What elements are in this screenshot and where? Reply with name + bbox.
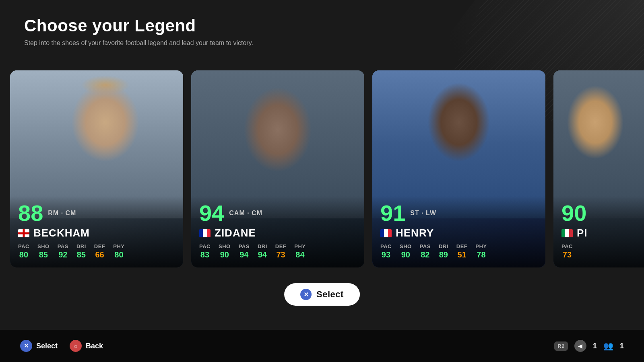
select-action-button[interactable]: ✕ Select bbox=[20, 340, 58, 352]
rating-row: 91 ST · LW bbox=[380, 202, 537, 224]
select-button-center[interactable]: ✕ Select bbox=[284, 283, 360, 306]
stat-pas-label: PAS bbox=[420, 243, 431, 249]
card-info-overlay: 91 ST · LW HENRY PAC 93 SHO 90 bbox=[372, 196, 545, 267]
stat-def: DEF 66 bbox=[94, 243, 105, 259]
page-subtitle: Step into the shoes of your favorite foo… bbox=[24, 39, 253, 47]
stat-sho-value: 90 bbox=[401, 250, 410, 259]
stat-pas-value: 92 bbox=[58, 250, 67, 259]
stats-row: PAC 73 bbox=[561, 243, 644, 259]
stat-pac: PAC 73 bbox=[561, 243, 573, 259]
stat-pac-value: 93 bbox=[382, 250, 390, 259]
stat-dri-label: DRI bbox=[439, 243, 448, 249]
x-controller-button: ✕ bbox=[20, 340, 32, 352]
people-icon: 👥 bbox=[603, 341, 613, 351]
player-name: ZIDANE bbox=[215, 227, 256, 239]
back-action-button[interactable]: ○ Back bbox=[70, 340, 103, 352]
stat-def-value: 73 bbox=[276, 250, 285, 259]
stat-def: DEF 51 bbox=[456, 243, 468, 259]
back-label: Back bbox=[86, 342, 103, 350]
stat-sho: SHO 85 bbox=[37, 243, 50, 259]
stat-phy: PHY 84 bbox=[294, 243, 305, 259]
o-controller-button: ○ bbox=[70, 340, 82, 352]
bottom-bar: ✕ Select ○ Back R2 ◀ 1 👥 1 bbox=[0, 330, 644, 362]
stat-dri-label: DRI bbox=[258, 243, 267, 249]
stat-sho-value: 85 bbox=[39, 250, 48, 259]
stat-pas: PAS 92 bbox=[58, 243, 68, 259]
flag-italy bbox=[561, 229, 573, 237]
player-card-partial[interactable]: 90 PI PAC 73 bbox=[553, 70, 644, 267]
stat-phy: PHY 80 bbox=[113, 243, 124, 259]
nav-arrow-left[interactable]: ◀ bbox=[574, 340, 586, 352]
stat-pac-label: PAC bbox=[561, 243, 573, 249]
card-info-overlay: 88 RM · CM BECKHAM PAC 80 SHO 85 PAS 92 bbox=[10, 196, 183, 267]
cards-container: 88 RM · CM BECKHAM PAC 80 SHO 85 PAS 92 bbox=[10, 70, 644, 267]
stat-pac-label: PAC bbox=[380, 243, 392, 249]
stats-row: PAC 83 SHO 90 PAS 94 DRI 94 DEF 73 bbox=[199, 243, 356, 259]
player-positions: ST · LW bbox=[410, 210, 436, 217]
stat-pac-label: PAC bbox=[18, 243, 29, 249]
r2-badge: R2 bbox=[554, 341, 568, 351]
stat-phy-label: PHY bbox=[113, 243, 124, 249]
player-rating: 94 bbox=[199, 202, 224, 224]
player-rating: 90 bbox=[561, 202, 586, 224]
card-info-overlay: 90 PI PAC 73 bbox=[553, 196, 644, 267]
x-icon: ✕ bbox=[303, 291, 309, 298]
stat-dri-value: 85 bbox=[77, 250, 86, 259]
select-button-label: Select bbox=[316, 289, 344, 300]
player-rating: 88 bbox=[18, 202, 43, 224]
stat-pas-value: 94 bbox=[239, 250, 248, 259]
player-rating: 91 bbox=[380, 202, 405, 224]
select-label: Select bbox=[36, 342, 58, 350]
stat-pas-value: 82 bbox=[421, 250, 429, 259]
stat-pac-label: PAC bbox=[199, 243, 211, 249]
stat-dri: DRI 94 bbox=[258, 243, 267, 259]
stat-def: DEF 73 bbox=[275, 243, 287, 259]
stat-phy-value: 80 bbox=[114, 250, 123, 259]
stat-pas-label: PAS bbox=[239, 243, 250, 249]
card-info-overlay: 94 CAM · CM ZIDANE PAC 83 SHO 90 bbox=[191, 196, 364, 267]
stats-row: PAC 93 SHO 90 PAS 82 DRI 89 DEF 51 bbox=[380, 243, 537, 259]
name-row: ZIDANE bbox=[199, 227, 356, 239]
stat-phy-label: PHY bbox=[294, 243, 305, 249]
stat-dri: DRI 89 bbox=[439, 243, 448, 259]
stat-pac-value: 73 bbox=[563, 250, 572, 259]
stat-phy-value: 78 bbox=[477, 250, 485, 259]
rating-row: 94 CAM · CM bbox=[199, 202, 356, 224]
stat-phy-value: 84 bbox=[295, 250, 304, 259]
stat-sho-label: SHO bbox=[400, 243, 412, 249]
rating-row: 88 RM · CM bbox=[18, 202, 175, 224]
stat-sho: SHO 90 bbox=[219, 243, 231, 259]
flag-france bbox=[380, 229, 392, 237]
stat-pac-value: 83 bbox=[200, 250, 209, 259]
stat-pas-label: PAS bbox=[58, 243, 68, 249]
player-card-beckham[interactable]: 88 RM · CM BECKHAM PAC 80 SHO 85 PAS 92 bbox=[10, 70, 183, 267]
stat-sho-label: SHO bbox=[37, 243, 50, 249]
player-card-zidane[interactable]: 94 CAM · CM ZIDANE PAC 83 SHO 90 bbox=[191, 70, 364, 267]
stat-def-label: DEF bbox=[275, 243, 287, 249]
name-row: PI bbox=[561, 227, 644, 239]
x-button-icon: ✕ bbox=[300, 289, 312, 300]
stat-pac: PAC 83 bbox=[199, 243, 211, 259]
stat-def-label: DEF bbox=[94, 243, 105, 249]
page-number: 1 bbox=[593, 342, 597, 350]
player-card-henry[interactable]: 91 ST · LW HENRY PAC 93 SHO 90 bbox=[372, 70, 545, 267]
player-positions: CAM · CM bbox=[229, 210, 262, 217]
stat-sho-label: SHO bbox=[219, 243, 231, 249]
player-positions: RM · CM bbox=[48, 210, 76, 217]
flag-france bbox=[199, 229, 211, 237]
player-name: HENRY bbox=[396, 227, 434, 239]
rating-row: 90 bbox=[561, 202, 644, 224]
stat-pac-value: 80 bbox=[19, 250, 28, 259]
player-count: 1 bbox=[620, 342, 624, 350]
stat-def-value: 51 bbox=[457, 250, 466, 259]
stat-dri-value: 89 bbox=[439, 250, 448, 259]
stat-pas: PAS 82 bbox=[420, 243, 431, 259]
stat-phy: PHY 78 bbox=[475, 243, 487, 259]
player-name: PI bbox=[577, 227, 588, 239]
bottom-left-controls: ✕ Select ○ Back bbox=[20, 340, 103, 352]
flag-england bbox=[18, 229, 29, 237]
stat-def-label: DEF bbox=[456, 243, 468, 249]
page-header: Choose your Legend Step into the shoes o… bbox=[24, 16, 253, 47]
player-name: BECKHAM bbox=[33, 227, 90, 239]
stat-dri-value: 94 bbox=[258, 250, 267, 259]
